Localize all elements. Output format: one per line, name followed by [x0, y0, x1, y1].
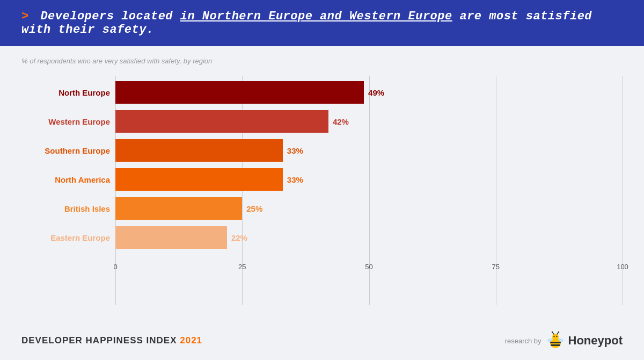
- footer-title: DEVELOPER HAPPINESS INDEX 2021: [21, 335, 202, 346]
- bar-fill-3: [115, 168, 283, 191]
- bar-label-5: Eastern Europe: [16, 233, 110, 242]
- bar-row-0: North Europe49%: [115, 81, 623, 104]
- header-text-underline: in Northern Europe and Western Europe: [180, 10, 452, 23]
- svg-rect-2: [551, 344, 560, 346]
- bar-value-3: 33%: [287, 175, 303, 184]
- header-text-before: Developers located: [40, 10, 180, 23]
- bars-container: North Europe49%Western Europe42%Southern…: [115, 76, 623, 261]
- bar-track-1: 42%: [115, 110, 623, 133]
- footer-title-main: DEVELOPER HAPPINESS INDEX: [21, 335, 177, 345]
- x-label-75: 75: [492, 263, 500, 271]
- bar-value-5: 22%: [231, 233, 247, 242]
- bar-fill-0: [115, 81, 364, 104]
- x-axis: 0 25 50 75 100: [115, 261, 623, 277]
- research-by-text: research by: [505, 337, 541, 345]
- bar-track-2: 33%: [115, 139, 623, 162]
- svg-point-4: [553, 336, 554, 337]
- bar-fill-5: [115, 226, 227, 249]
- header-banner: > Developers located in Northern Europe …: [0, 0, 644, 46]
- svg-point-5: [556, 336, 557, 337]
- svg-point-7: [551, 332, 552, 333]
- bar-value-1: 42%: [333, 117, 349, 126]
- bar-fill-4: [115, 197, 242, 220]
- svg-point-3: [552, 334, 559, 340]
- chart-area: North Europe49%Western Europe42%Southern…: [21, 76, 623, 321]
- chart-subtitle: % of respondents who are very satisfied …: [21, 57, 623, 65]
- x-label-50: 50: [365, 263, 372, 271]
- footer: DEVELOPER HAPPINESS INDEX 2021 research …: [0, 321, 644, 360]
- bar-label-1: Western Europe: [16, 117, 110, 126]
- bar-track-5: 22%: [115, 226, 623, 249]
- bar-label-3: North America: [16, 175, 110, 184]
- bar-row-4: British Isles25%: [115, 197, 623, 220]
- bar-row-3: North America33%: [115, 168, 623, 191]
- bar-row-2: Southern Europe33%: [115, 139, 623, 162]
- bar-value-2: 33%: [287, 146, 303, 155]
- footer-title-year: 2021: [180, 335, 202, 345]
- main-content: % of respondents who are very satisfied …: [0, 46, 644, 321]
- x-label-0: 0: [113, 263, 117, 271]
- header-text: > Developers located in Northern Europe …: [21, 10, 623, 37]
- bar-label-0: North Europe: [16, 88, 110, 97]
- honeypot-brand-name: Honeypot: [568, 334, 623, 348]
- bar-track-4: 25%: [115, 197, 623, 220]
- bar-label-2: Southern Europe: [16, 146, 110, 155]
- bar-track-0: 49%: [115, 81, 623, 104]
- x-label-25: 25: [238, 263, 246, 271]
- bar-fill-2: [115, 139, 283, 162]
- bar-value-4: 25%: [246, 204, 262, 213]
- svg-rect-1: [550, 342, 561, 343]
- page-wrapper: > Developers located in Northern Europe …: [0, 0, 644, 360]
- x-label-100: 100: [617, 263, 628, 271]
- bar-label-4: British Isles: [16, 204, 110, 213]
- svg-point-9: [558, 332, 559, 333]
- honeypot-bee-icon: [546, 331, 565, 350]
- bar-value-0: 49%: [368, 88, 384, 97]
- bar-track-3: 33%: [115, 168, 623, 191]
- bar-row-1: Western Europe42%: [115, 110, 623, 133]
- arrow-icon: >: [21, 10, 29, 23]
- chart-body: North Europe49%Western Europe42%Southern…: [115, 76, 623, 321]
- honeypot-logo: Honeypot: [546, 331, 623, 350]
- bar-fill-1: [115, 110, 328, 133]
- footer-right: research by: [505, 331, 623, 350]
- bar-row-5: Eastern Europe22%: [115, 226, 623, 249]
